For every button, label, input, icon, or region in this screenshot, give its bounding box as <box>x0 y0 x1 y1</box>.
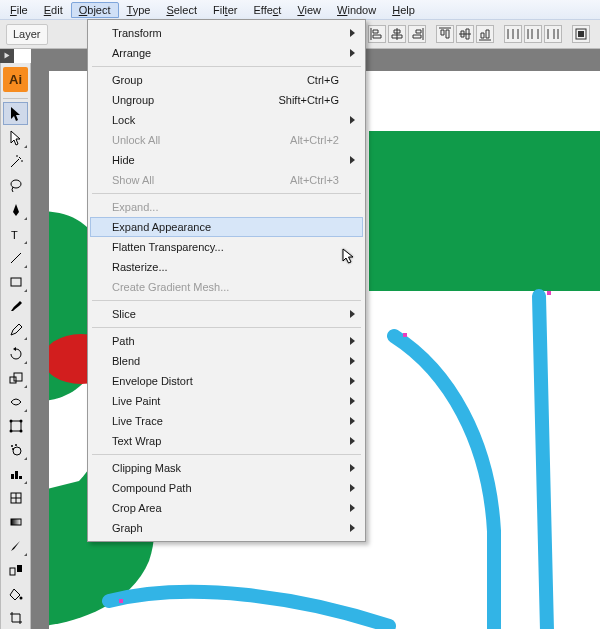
menuitem-label: Transform <box>112 27 162 39</box>
svg-rect-21 <box>19 476 22 479</box>
menuitem-label: Ungroup <box>112 94 154 106</box>
submenu-arrow-icon <box>350 49 355 57</box>
menu-object[interactable]: Object <box>71 2 119 18</box>
menu-type[interactable]: Type <box>119 2 159 18</box>
menuitem-flatten-transparency[interactable]: Flatten Transparency... <box>90 237 363 257</box>
menu-file[interactable]: File <box>2 2 36 18</box>
free-transform-tool[interactable] <box>3 414 28 437</box>
menubar: FileEditObjectTypeSelectFilterEffectView… <box>0 0 600 20</box>
gradient-tool[interactable] <box>3 510 28 533</box>
menuitem-shortcut: Ctrl+G <box>307 74 339 86</box>
menuitem-transform[interactable]: Transform <box>90 23 363 43</box>
eyedropper-tool[interactable] <box>3 534 28 557</box>
submenu-arrow-icon <box>350 116 355 124</box>
svg-rect-1 <box>578 31 584 37</box>
mesh-tool[interactable] <box>3 486 28 509</box>
type-tool[interactable]: T <box>3 222 28 245</box>
crop-area-tool[interactable] <box>3 606 28 629</box>
menu-help[interactable]: Help <box>384 2 423 18</box>
warp-tool[interactable] <box>3 390 28 413</box>
layer-name-field[interactable]: Layer <box>6 24 48 45</box>
blend-tool[interactable] <box>3 558 28 581</box>
svg-point-4 <box>11 180 21 188</box>
svg-rect-2 <box>369 131 600 291</box>
menuitem-label: Create Gradient Mesh... <box>112 281 229 293</box>
anchor-point[interactable] <box>119 599 123 603</box>
magic-wand-tool[interactable] <box>3 150 28 173</box>
menuitem-clipping-mask[interactable]: Clipping Mask <box>90 458 363 478</box>
menuitem-rasterize[interactable]: Rasterize... <box>90 257 363 277</box>
symbol-sprayer-tool[interactable] <box>3 438 28 461</box>
menuitem-label: Slice <box>112 308 136 320</box>
svg-rect-7 <box>11 278 21 286</box>
anchor-point[interactable] <box>547 291 551 295</box>
menuitem-show-all: Show AllAlt+Ctrl+3 <box>90 170 363 190</box>
distribute-h1-icon[interactable] <box>504 25 522 43</box>
collapsed-panel-tab[interactable] <box>0 49 14 63</box>
menu-view[interactable]: View <box>289 2 329 18</box>
align-left-icon[interactable] <box>368 25 386 43</box>
menuitem-crop-area[interactable]: Crop Area <box>90 498 363 518</box>
svg-rect-25 <box>11 519 21 525</box>
pencil-tool[interactable] <box>3 318 28 341</box>
menuitem-blend[interactable]: Blend <box>90 351 363 371</box>
menuitem-graph[interactable]: Graph <box>90 518 363 538</box>
line-segment-tool[interactable] <box>3 246 28 269</box>
align-vcenter-icon[interactable] <box>456 25 474 43</box>
lasso-tool[interactable] <box>3 174 28 197</box>
align-to-artboard-icon[interactable] <box>572 25 590 43</box>
selection-tool[interactable] <box>3 102 28 125</box>
direct-selection-tool[interactable] <box>3 126 28 149</box>
align-right-icon[interactable] <box>408 25 426 43</box>
menuitem-lock[interactable]: Lock <box>90 110 363 130</box>
distribute-h3-icon[interactable] <box>544 25 562 43</box>
column-graph-tool[interactable] <box>3 462 28 485</box>
menuitem-path[interactable]: Path <box>90 331 363 351</box>
menuitem-arrange[interactable]: Arrange <box>90 43 363 63</box>
menu-separator <box>92 66 361 67</box>
menuitem-expand: Expand... <box>90 197 363 217</box>
menu-filter[interactable]: Filter <box>205 2 245 18</box>
submenu-arrow-icon <box>350 377 355 385</box>
align-bottom-icon[interactable] <box>476 25 494 43</box>
rectangle-tool[interactable] <box>3 270 28 293</box>
menuitem-expand-appearance[interactable]: Expand Appearance <box>90 217 363 237</box>
menuitem-label: Arrange <box>112 47 151 59</box>
pen-tool[interactable] <box>3 198 28 221</box>
menu-select[interactable]: Select <box>158 2 205 18</box>
menuitem-hide[interactable]: Hide <box>90 150 363 170</box>
menuitem-group[interactable]: GroupCtrl+G <box>90 70 363 90</box>
svg-rect-20 <box>15 471 18 479</box>
menuitem-label: Expand... <box>112 201 158 213</box>
menuitem-envelope-distort[interactable]: Envelope Distort <box>90 371 363 391</box>
menuitem-live-trace[interactable]: Live Trace <box>90 411 363 431</box>
menuitem-slice[interactable]: Slice <box>90 304 363 324</box>
distribute-h2-icon[interactable] <box>524 25 542 43</box>
submenu-arrow-icon <box>350 357 355 365</box>
live-paint-bucket-tool[interactable] <box>3 582 28 605</box>
menuitem-shortcut: Alt+Ctrl+3 <box>290 174 339 186</box>
svg-point-12 <box>19 419 22 422</box>
menuitem-ungroup[interactable]: UngroupShift+Ctrl+G <box>90 90 363 110</box>
menuitem-label: Compound Path <box>112 482 192 494</box>
rotate-tool[interactable] <box>3 342 28 365</box>
menu-effect[interactable]: Effect <box>245 2 289 18</box>
mouse-cursor-icon <box>342 248 356 268</box>
align-top-icon[interactable] <box>436 25 454 43</box>
menuitem-create-gradient-mesh: Create Gradient Mesh... <box>90 277 363 297</box>
anchor-point[interactable] <box>403 333 407 337</box>
menu-window[interactable]: Window <box>329 2 384 18</box>
svg-point-13 <box>9 429 12 432</box>
align-hcenter-icon[interactable] <box>388 25 406 43</box>
menuitem-label: Clipping Mask <box>112 462 181 474</box>
menu-separator <box>92 300 361 301</box>
menu-edit[interactable]: Edit <box>36 2 71 18</box>
submenu-arrow-icon <box>350 337 355 345</box>
menuitem-compound-path[interactable]: Compound Path <box>90 478 363 498</box>
menuitem-label: Flatten Transparency... <box>112 241 224 253</box>
paintbrush-tool[interactable] <box>3 294 28 317</box>
menuitem-live-paint[interactable]: Live Paint <box>90 391 363 411</box>
menuitem-text-wrap[interactable]: Text Wrap <box>90 431 363 451</box>
submenu-arrow-icon <box>350 484 355 492</box>
scale-tool[interactable] <box>3 366 28 389</box>
